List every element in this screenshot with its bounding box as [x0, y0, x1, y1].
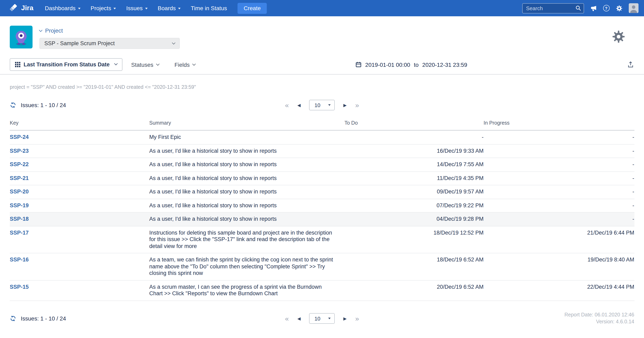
chevron-down-icon	[156, 62, 160, 66]
issue-todo-date: 16/Dec/19 9:33 AM	[344, 144, 484, 158]
statuses-dropdown[interactable]: Statuses	[131, 61, 159, 68]
chevron-down-icon	[192, 62, 196, 66]
report-type-button[interactable]: Last Transition From Status Date	[10, 58, 122, 71]
version-label: Version: 4.6.0.14	[359, 318, 634, 325]
issue-key-cell: SSP-16	[10, 253, 149, 280]
pagination-first-button[interactable]: «	[285, 315, 289, 322]
issue-key-link[interactable]: SSP-15	[10, 284, 29, 290]
date-to: 2020-12-31 23:59	[422, 61, 467, 68]
chevron-down-icon	[328, 104, 331, 106]
search-icon[interactable]	[575, 5, 581, 11]
issue-key-link[interactable]: SSP-24	[10, 134, 29, 140]
column-header-todo: To Do	[344, 120, 484, 130]
issue-key-link[interactable]: SSP-21	[10, 175, 29, 181]
issue-key-cell: SSP-20	[10, 185, 149, 199]
issue-row: SSP-24 My First Epic - -	[10, 130, 634, 144]
issue-summary: As a user, I'd like a historical story t…	[149, 158, 344, 172]
pagination-prev-button[interactable]: ◀	[297, 316, 300, 321]
issue-row: SSP-22 As a user, I'd like a historical …	[10, 158, 634, 172]
chevron-down-icon	[39, 28, 42, 32]
issue-row: SSP-20 As a user, I'd like a historical …	[10, 185, 634, 199]
issue-key-link[interactable]: SSP-20	[10, 189, 29, 195]
main-nav: Dashboards Projects Issues Boards Time i…	[45, 5, 227, 12]
issue-key-cell: SSP-22	[10, 158, 149, 172]
nav-item-dashboards[interactable]: Dashboards	[45, 5, 80, 12]
issue-key-link[interactable]: SSP-22	[10, 161, 29, 167]
issue-todo-date: 07/Dec/19 9:22 PM	[344, 199, 484, 212]
jira-logo[interactable]: Jira	[10, 4, 34, 13]
export-button[interactable]	[627, 61, 634, 68]
issue-inprogress-date: -	[484, 172, 634, 185]
report-toolbar: Last Transition From Status Date Statuse…	[0, 55, 644, 75]
pagination-next-button[interactable]: ▶	[344, 103, 347, 107]
pagination-first-button[interactable]: «	[285, 102, 289, 108]
refresh-button[interactable]	[10, 315, 16, 322]
issue-inprogress-date: -	[484, 130, 634, 144]
megaphone-icon[interactable]	[590, 5, 597, 12]
gear-icon[interactable]	[616, 5, 622, 12]
issue-row: SSP-23 As a user, I'd like a historical …	[10, 144, 634, 158]
issue-key-cell: SSP-15	[10, 280, 149, 300]
project-select-value: SSP - Sample Scrum Project	[44, 40, 115, 46]
fields-dropdown[interactable]: Fields	[174, 61, 196, 68]
issue-summary: As a user, I'd like a historical story t…	[149, 212, 344, 226]
issue-inprogress-date: -	[484, 185, 634, 199]
project-select[interactable]: SSP - Sample Scrum Project	[40, 38, 180, 49]
help-icon[interactable]: ?	[603, 5, 610, 12]
issue-key-link[interactable]: SSP-16	[10, 257, 29, 263]
issue-key-link[interactable]: SSP-18	[10, 216, 29, 222]
create-button[interactable]: Create	[238, 3, 267, 14]
issue-key-cell: SSP-21	[10, 172, 149, 185]
page-size-select[interactable]: 10	[309, 313, 335, 324]
column-header-key: Key	[10, 120, 149, 130]
report-date: Report Date: 06.01.2020 12:46	[359, 311, 634, 318]
issue-inprogress-date: -	[484, 144, 634, 158]
issue-todo-date: -	[344, 130, 484, 144]
issue-inprogress-date: 22/Dec/19 4:44 PM	[484, 280, 634, 300]
issue-summary: As a user, I'd like a historical story t…	[149, 185, 344, 199]
pagination-prev-button[interactable]: ◀	[297, 103, 300, 107]
settings-gear-icon[interactable]	[612, 30, 625, 44]
pagination: « ◀ 10 ▶ »	[285, 313, 359, 324]
page-size-select[interactable]: 10	[309, 100, 335, 110]
issue-todo-date: 09/Dec/19 9:57 AM	[344, 185, 484, 199]
chevron-down-icon	[328, 318, 331, 319]
issue-todo-date: 18/Dec/19 6:52 AM	[344, 253, 484, 280]
project-link[interactable]: Project	[40, 27, 180, 34]
refresh-button[interactable]	[10, 102, 16, 108]
issue-key-link[interactable]: SSP-19	[10, 202, 29, 208]
date-range-picker[interactable]: 2019-01-01 00:00 to 2020-12-31 23:59	[356, 61, 467, 68]
issue-row: SSP-15 As a scrum master, I can see the …	[10, 280, 634, 300]
project-header: Project SSP - Sample Scrum Project	[0, 16, 644, 55]
page: Jira Dashboards Projects Issues Boards T…	[0, 0, 644, 338]
nav-right-cluster: ?	[522, 3, 638, 13]
user-avatar[interactable]	[628, 3, 638, 13]
search-input[interactable]	[522, 3, 584, 13]
table-header-row: Key Summary To Do In Progress	[10, 120, 634, 130]
nav-item-boards[interactable]: Boards	[158, 5, 181, 12]
issue-row: SSP-18 As a user, I'd like a historical …	[10, 212, 634, 226]
project-avatar[interactable]	[10, 26, 32, 49]
chevron-down-icon	[78, 8, 80, 9]
pagination-last-button[interactable]: »	[355, 315, 359, 322]
issue-todo-date: 11/Dec/19 4:35 PM	[344, 172, 484, 185]
issues-summary-block: Issues: 1 - 10 / 24	[10, 315, 285, 322]
nav-item-time-in-status[interactable]: Time in Status	[191, 5, 227, 12]
chevron-down-icon	[172, 41, 176, 45]
issue-key-link[interactable]: SSP-17	[10, 230, 29, 236]
nav-item-issues[interactable]: Issues	[126, 5, 148, 12]
issue-inprogress-date: -	[484, 158, 634, 172]
issue-key-link[interactable]: SSP-23	[10, 148, 29, 154]
issue-row: SSP-21 As a user, I'd like a historical …	[10, 172, 634, 185]
brand-label: Jira	[21, 4, 34, 12]
nav-item-label: Boards	[158, 5, 176, 12]
jira-logo-icon	[10, 4, 18, 13]
page-size-value: 10	[314, 315, 320, 321]
nav-item-projects[interactable]: Projects	[91, 5, 116, 12]
issues-bar-top: Issues: 1 - 10 / 24 « ◀ 10 ▶ »	[10, 100, 634, 110]
issue-key-cell: SSP-23	[10, 144, 149, 158]
pagination-last-button[interactable]: »	[355, 102, 359, 108]
pagination-next-button[interactable]: ▶	[344, 316, 347, 321]
project-link-label: Project	[45, 27, 63, 34]
date-from: 2019-01-01 00:00	[365, 61, 410, 68]
